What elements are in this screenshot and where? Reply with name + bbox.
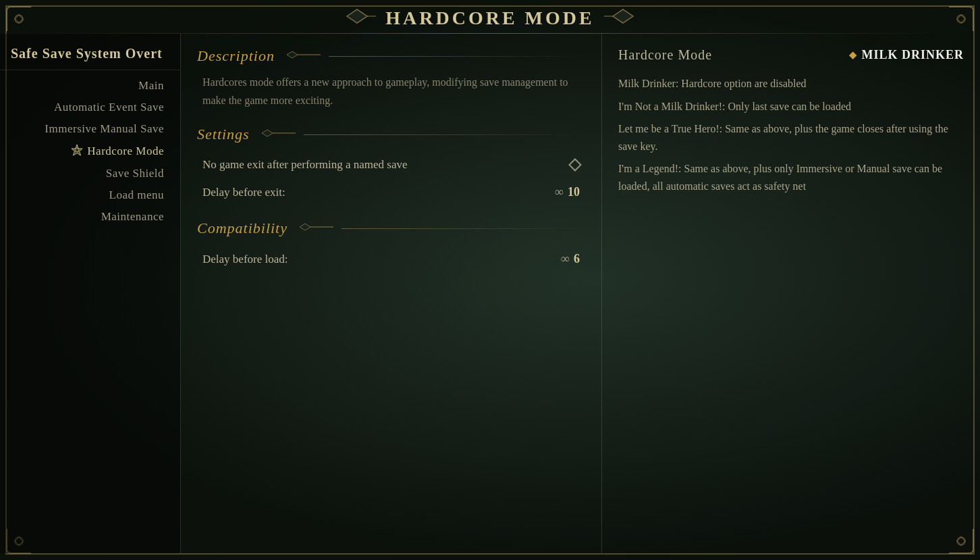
sidebar-title: Safe Save System Overt <box>0 41 180 70</box>
title-border <box>34 33 946 34</box>
compatibility-section-icon <box>294 222 335 235</box>
setting-delay-before-load[interactable]: Delay before load: ∞ 6 <box>197 245 585 273</box>
right-panel-title: Hardcore Mode <box>618 47 712 63</box>
sidebar-item-main[interactable]: Main <box>0 76 169 96</box>
description-section-header: Description <box>197 47 585 65</box>
description-title: Description <box>197 47 275 65</box>
svg-marker-7 <box>287 51 298 58</box>
center-panel: Description Hardcores mode offers a new … <box>181 34 602 553</box>
option-list: Milk Drinker: Hardcore option are disabl… <box>618 74 964 197</box>
setting-delay-before-load-label: Delay before load: <box>202 253 288 266</box>
bullet-diamond-icon: ◆ <box>849 49 857 61</box>
right-panel-header: Hardcore Mode ◆ MILK DRINKER <box>618 47 964 63</box>
bottom-border <box>0 553 980 560</box>
sidebar-item-automatic-event-save[interactable]: Automatic Event Save <box>0 97 169 118</box>
title-ornament-right <box>603 7 636 30</box>
description-section-icon <box>281 49 322 63</box>
sidebar-item-maintenance[interactable]: Maintenance <box>0 207 169 227</box>
setting-delay-before-exit-value: ∞ 10 <box>555 185 580 199</box>
right-panel: Hardcore Mode ◆ MILK DRINKER Milk Drinke… <box>602 34 980 553</box>
settings-section-icon <box>256 128 297 141</box>
setting-delay-before-exit[interactable]: Delay before exit: ∞ 10 <box>197 178 585 206</box>
setting-no-game-exit[interactable]: No game exit after performing a named sa… <box>197 151 585 178</box>
svg-marker-9 <box>262 130 273 136</box>
compatibility-section-header: Compatibility <box>197 220 585 237</box>
setting-no-game-exit-label: No game exit after performing a named sa… <box>202 158 408 172</box>
compatibility-section-line <box>342 228 585 229</box>
setting-delay-before-exit-label: Delay before exit: <box>202 186 285 199</box>
description-section-line <box>329 56 585 57</box>
infinity-icon-1: ∞ <box>555 185 564 199</box>
settings-section-line <box>304 134 585 135</box>
setting-no-game-exit-diamond <box>568 158 582 172</box>
setting-delay-before-load-value: ∞ 6 <box>561 252 580 266</box>
sidebar-item-save-shield[interactable]: Save Shield <box>0 163 169 184</box>
option-not-milk-drinker: I'm Not a Milk Drinker!: Only last save … <box>618 97 964 117</box>
sidebar-item-load-menu[interactable]: Load menu <box>0 185 169 205</box>
option-true-hero: Let me be a True Hero!: Same as above, p… <box>618 119 964 156</box>
title-ornament-left <box>344 7 377 30</box>
description-text: Hardcores mode offers a new approach to … <box>197 73 585 109</box>
sidebar-item-hardcore-mode[interactable]: Hardcore Mode <box>0 141 169 162</box>
right-panel-value-text: MILK DRINKER <box>861 48 964 62</box>
option-legend: I'm a Legend!: Same as above, plus only … <box>618 159 964 196</box>
settings-title: Settings <box>197 126 250 143</box>
title-bar: HARDCORE MODE <box>0 0 980 34</box>
right-panel-current-value: ◆ MILK DRINKER <box>849 48 964 62</box>
sidebar-item-immersive-manual-save[interactable]: Immersive Manual Save <box>0 119 169 139</box>
page-title: HARDCORE MODE <box>385 7 594 29</box>
option-milk-drinker: Milk Drinker: Hardcore option are disabl… <box>618 74 964 94</box>
settings-section: Settings No game exit after performing a… <box>197 126 585 206</box>
content-area: Safe Save System Overt Main Automatic Ev… <box>0 34 980 553</box>
active-nav-icon <box>71 144 83 159</box>
sidebar-nav: Main Automatic Event Save Immersive Manu… <box>0 76 180 227</box>
infinity-icon-2: ∞ <box>561 252 570 266</box>
compatibility-title: Compatibility <box>197 220 288 237</box>
settings-section-header: Settings <box>197 126 585 143</box>
compatibility-section: Compatibility Delay before load: ∞ <box>197 220 585 273</box>
sidebar-item-hardcore-mode-label: Hardcore Mode <box>87 145 164 158</box>
sidebar: Safe Save System Overt Main Automatic Ev… <box>0 34 181 553</box>
title-decoration: HARDCORE MODE <box>344 7 636 30</box>
svg-marker-11 <box>300 224 310 230</box>
